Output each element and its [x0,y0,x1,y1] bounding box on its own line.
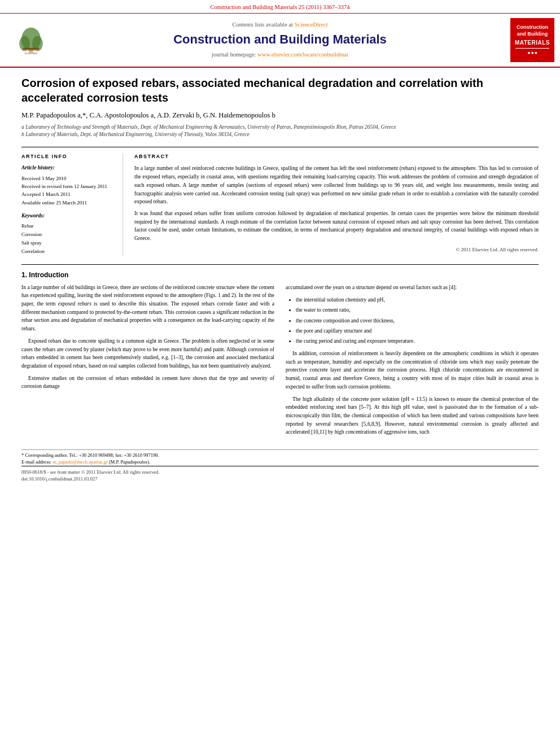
body-two-col: In a large number of old buildings in Gr… [21,283,539,441]
bullet-5: the curing period and curing and exposur… [296,337,539,346]
svg-text:ELSEVIER: ELSEVIER [25,52,38,55]
article-info-abstract-section: ARTICLE INFO Article history: Received 3… [21,147,539,256]
journal-logo-box: Construction and Building MATERIALS ■ ■ … [510,18,554,62]
abstract-para2: It was found that exposed rebars suffer … [134,209,539,243]
s1-para1: In a large number of old buildings in Gr… [21,283,274,333]
journal-logo-right: Construction and Building MATERIALS ■ ■ … [504,18,554,62]
affiliation-b: b Laboratory of Materials, Dept. of Mech… [21,131,539,138]
elsevier-logo: ELSEVIER [6,24,56,55]
available-date: Available online 25 March 2011 [21,199,115,207]
sciencedirect-link[interactable]: ScienceDirect [295,21,328,28]
abstract-heading: ABSTRACT [134,153,539,160]
affiliation-a: a Laboratory of Technology and Strength … [21,124,539,131]
journal-citation-bar: Construction and Building Materials 25 (… [0,0,560,14]
footnote-email: E-mail address: m_papado@mech.upatras.gr… [21,459,539,466]
main-content: Corrosion of exposed rebars, associated … [0,68,560,446]
s1-para3: Extensive studies on the corrosion of re… [21,374,274,391]
sciencedirect-line: Contents lists available at ScienceDirec… [62,21,498,29]
footnote-section: * Corresponding author. Tel.: +30 2610 9… [21,449,539,466]
svg-rect-4 [23,48,39,50]
elsevier-tree-icon: ELSEVIER [14,24,48,55]
journal-title: Construction and Building Materials [62,31,498,49]
abstract-column: ABSTRACT In a large number of steel rein… [134,153,539,256]
bullet-3: the concrete composition and cover thick… [296,316,539,325]
article-dates: Received 3 May 2010 Received in revised … [21,174,115,207]
journal-homepage: journal homepage: www.elsevier.com/locat… [62,51,498,59]
revised-date: Received in revised form 12 January 2011 [21,182,115,190]
kw3: Salt spray [21,239,115,247]
abstract-text: In a large number of steel reinforced co… [134,164,539,242]
homepage-url[interactable]: www.elsevier.com/locate/conbuildmat [257,51,348,58]
s1r-para2: In addition, corrosion of reinforcement … [286,350,539,391]
keywords-label: Keywords: [21,212,115,220]
s1r-para1: accumulated over the years on a structur… [286,283,539,292]
s1-para2: Exposed rebars due to concrete spalling … [21,337,274,370]
body-col-right: accumulated over the years on a structur… [286,283,539,441]
footer-doi: doi:10.1016/j.conbuildmat.2011.03.027 [21,476,539,483]
kw2: Corrosion [21,230,115,239]
article-title: Corrosion of exposed rebars, associated … [21,76,539,105]
journal-center: Contents lists available at ScienceDirec… [56,21,504,59]
footnote-star: * Corresponding author. Tel.: +30 2610 9… [21,452,539,459]
kw4: Correlation [21,247,115,256]
history-label: Article history: [21,164,115,172]
section1-title: 1. Introduction [21,270,539,280]
footer-issn: 0950-0618/$ - see front matter © 2011 El… [21,469,539,476]
authors-line: M.P. Papadopoulos a,*, C.A. Apostolopoul… [21,111,539,121]
affiliations: a Laboratory of Technology and Strength … [21,124,539,139]
s1r-para3: The high alkalinity of the concrete pore… [286,395,539,437]
keywords-list: Rebar Corrosion Salt spray Correlation [21,222,115,256]
article-info-heading: ARTICLE INFO [21,153,115,160]
journal-header: ELSEVIER Contents lists available at Sci… [0,14,560,68]
bullet-1: the interstitial solution chemistry and … [296,295,539,304]
bullet-4: the pore and capillary structure and [296,326,539,335]
bullet-2: the water to cement ratio, [296,305,539,314]
footer-bar: 0950-0618/$ - see front matter © 2011 El… [21,466,539,486]
abstract-para1: In a large number of steel reinforced co… [134,164,539,206]
section-divider [21,264,539,265]
kw1: Rebar [21,222,115,230]
copyright-line: © 2011 Elsevier Ltd. All rights reserved… [134,246,539,254]
footnote-email-link[interactable]: m_papado@mech.upatras.gr [53,459,108,465]
journal-citation: Construction and Building Materials 25 (… [211,4,350,10]
factors-list: the interstitial solution chemistry and … [286,295,539,346]
received-date: Received 3 May 2010 [21,174,115,182]
accepted-date: Accepted 1 March 2011 [21,190,115,198]
body-col-left: In a large number of old buildings in Gr… [21,283,274,441]
article-info-column: ARTICLE INFO Article history: Received 3… [21,153,123,256]
